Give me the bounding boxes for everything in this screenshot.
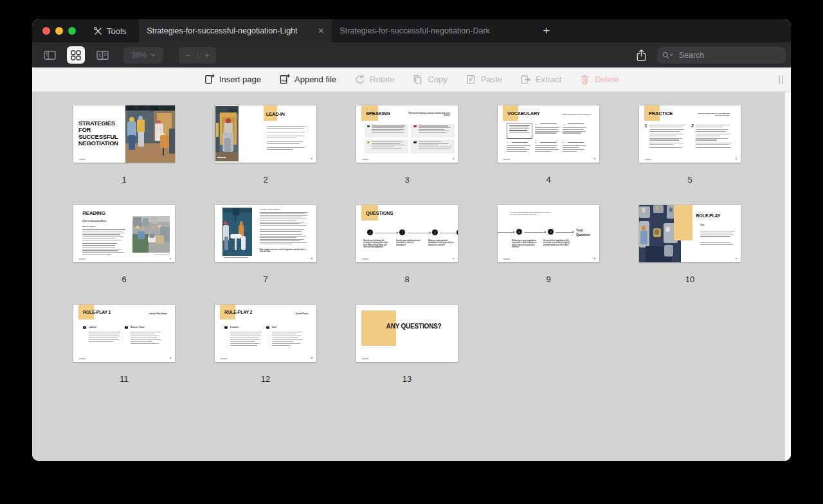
page-number-label: 1 (122, 175, 126, 184)
page-number-label: 8 (404, 274, 409, 284)
page-cell: ROLE-PLAY 2Design Project1Freelancer2Cli… (195, 291, 336, 391)
page-thumbnail-5[interactable]: PRACTICERead the dialogue and fill in th… (639, 105, 741, 163)
tools-icon (93, 26, 103, 36)
page-thumbnail-8[interactable]: QUESTIONS123How do you feel about the st… (356, 205, 458, 262)
copy-label: Copy (428, 75, 447, 84)
slide-9: "If you're selling something, start with… (498, 205, 599, 262)
page-thumbnail-4[interactable]: VOCABULARYMatch the phrases to their cat… (498, 105, 599, 163)
page-thumbnail-13[interactable]: ANY QUESTIONS? (356, 305, 458, 362)
page-cell: STRATEGIESFORSUCCESSFULNEGOTIATION1 (53, 92, 195, 192)
insert-page-icon (204, 74, 215, 85)
page-cell: LEAD-IN2 (195, 92, 336, 192)
slide-3: SPEAKINGReview the following situations … (356, 105, 458, 163)
page-cell: ROLE-PLAYTask:10 (619, 192, 761, 291)
page-thumbnail-11[interactable]: ROLE-PLAY 1Leasing Office Space1Landlord… (73, 305, 175, 362)
slide-7: Ask open-ended questionsNow, suggest one… (215, 205, 316, 262)
zoom-level-value: 36% (131, 51, 147, 60)
page-thumbnail-10[interactable]: ROLE-PLAYTask: (639, 205, 741, 262)
page-cell: "If you're selling something, start with… (478, 192, 619, 291)
toolbar: 36% − + (32, 42, 791, 68)
append-file-icon: PDF (279, 74, 290, 85)
page-thumbnail-7[interactable]: Ask open-ended questionsNow, suggest one… (215, 205, 316, 262)
tab-dark[interactable]: Strategies-for-successful-negotiation-Da… (332, 19, 525, 42)
page-number-label: 6 (122, 274, 126, 284)
page-actions-toolbar: Insert page PDF Append file Rotate Copy (32, 68, 791, 92)
reading-view-button[interactable] (93, 46, 111, 64)
zoom-buttons: − + (179, 47, 216, 64)
insert-page-button[interactable]: Insert page (204, 74, 261, 85)
extract-label: Extract (536, 75, 561, 84)
toolbar-drag-handle[interactable] (779, 75, 783, 84)
tab-light-label: Strategies-for-successful-negotiation-Li… (147, 26, 311, 35)
tab-dark-label: Strategies-for-successful-negotiation-Da… (339, 26, 517, 35)
share-button[interactable] (636, 49, 647, 62)
page-cell: QUESTIONS123How do you feel about the st… (336, 192, 478, 291)
slide-11: ROLE-PLAY 1Leasing Office Space1Landlord… (73, 305, 175, 362)
sidebar-icon (44, 50, 56, 60)
page-thumbnail-12[interactable]: ROLE-PLAY 2Design Project1Freelancer2Cli… (215, 305, 316, 362)
scrollbar-track[interactable] (785, 92, 791, 461)
fullscreen-window-button[interactable] (68, 27, 76, 35)
slide-4: VOCABULARYMatch the phrases to their cat… (498, 105, 599, 163)
tools-button[interactable]: Tools (93, 26, 126, 36)
extract-icon (520, 74, 531, 85)
slide-12: ROLE-PLAY 2Design Project1Freelancer2Cli… (215, 305, 316, 362)
rotate-label: Rotate (370, 75, 394, 84)
slide-photo (132, 216, 170, 253)
slide-2: LEAD-IN (215, 105, 316, 163)
insert-page-label: Insert page (219, 75, 261, 84)
zoom-level-dropdown[interactable]: 36% (123, 47, 163, 64)
slide-1: STRATEGIESFORSUCCESSFULNEGOTIATION (73, 105, 175, 163)
slide-photo (215, 106, 239, 161)
page-cell: SPEAKINGReview the following situations … (336, 92, 478, 192)
search-field[interactable] (657, 47, 786, 64)
minimize-window-button[interactable] (55, 27, 63, 35)
page-cell: PRACTICERead the dialogue and fill in th… (619, 92, 761, 192)
sidebar-toggle-button[interactable] (41, 46, 59, 64)
page-number-label: 7 (263, 274, 267, 284)
slide-8: QUESTIONS123How do you feel about the st… (356, 205, 458, 262)
page-thumbnail-2[interactable]: LEAD-IN (215, 105, 316, 163)
rotate-icon (354, 74, 365, 85)
thumbnail-grid: STRATEGIESFORSUCCESSFULNEGOTIATION1LEAD-… (32, 92, 791, 391)
rotate-button[interactable]: Rotate (354, 74, 394, 85)
page-number-label: 9 (546, 274, 550, 284)
paste-label: Paste (481, 75, 502, 84)
paste-button[interactable]: Paste (466, 74, 502, 85)
zoom-in-button[interactable]: + (198, 50, 217, 60)
zoom-out-button[interactable]: − (179, 50, 197, 60)
slide-photo (125, 105, 175, 163)
page-number-label: 2 (263, 175, 267, 184)
close-tab-icon[interactable]: ✕ (318, 26, 324, 35)
page-cell: VOCABULARYMatch the phrases to their cat… (478, 92, 619, 192)
chevron-down-icon (150, 53, 156, 57)
delete-button[interactable]: Delete (579, 74, 619, 85)
share-icon (636, 49, 647, 62)
thumbnail-grid-view-button[interactable] (67, 46, 85, 64)
copy-button[interactable]: Copy (412, 74, 447, 85)
append-file-label: Append file (294, 75, 336, 84)
page-number-label: 12 (261, 374, 270, 384)
page-number-label: 5 (687, 175, 692, 184)
page-thumbnail-3[interactable]: SPEAKINGReview the following situations … (356, 105, 458, 163)
svg-text:PDF: PDF (282, 79, 287, 82)
extract-button[interactable]: Extract (520, 74, 561, 85)
slide-6: READING4 Tips for Negotiating BetterMake… (73, 205, 175, 262)
close-window-button[interactable] (42, 27, 50, 35)
append-file-button[interactable]: PDF Append file (279, 74, 336, 85)
page-cell: ANY QUESTIONS?13 (336, 291, 478, 391)
page-number-label: 10 (685, 274, 694, 284)
search-input[interactable] (678, 50, 781, 60)
page-thumbnail-9[interactable]: "If you're selling something, start with… (498, 205, 599, 262)
new-tab-button[interactable]: + (543, 19, 550, 42)
page-cell: Ask open-ended questionsNow, suggest one… (195, 192, 336, 291)
page-thumbnail-6[interactable]: READING4 Tips for Negotiating BetterMake… (73, 205, 175, 262)
thumbnail-area: STRATEGIESFORSUCCESSFULNEGOTIATION1LEAD-… (32, 92, 791, 461)
page-number-label: 3 (404, 175, 409, 184)
tab-light[interactable]: Strategies-for-successful-negotiation-Li… (139, 19, 332, 42)
delete-label: Delete (595, 75, 619, 84)
page-number-label: 13 (402, 374, 412, 384)
slide-10: ROLE-PLAYTask: (639, 205, 741, 262)
page-cell: READING4 Tips for Negotiating BetterMake… (53, 192, 195, 291)
page-thumbnail-1[interactable]: STRATEGIESFORSUCCESSFULNEGOTIATION (73, 105, 175, 163)
